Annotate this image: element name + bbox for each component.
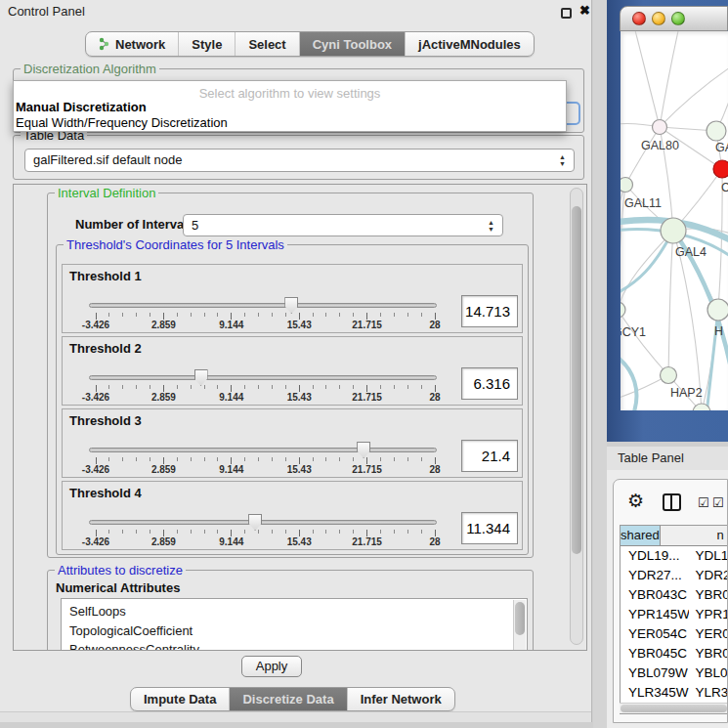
network-node-gal80[interactable] <box>653 120 667 135</box>
cell-name[interactable]: YDR2 <box>689 566 728 585</box>
checkbox-icon[interactable]: ☑ <box>712 495 724 510</box>
network-node-h[interactable] <box>707 299 728 321</box>
table-row[interactable]: YBR045CYBR0 <box>621 644 728 664</box>
number-of-intervals-label: Number of Intervals <box>75 217 194 232</box>
cell-shared-name[interactable]: YER054C <box>621 624 689 644</box>
table-row[interactable]: YDL19...YDL1 <box>621 546 728 566</box>
cell-shared-name[interactable]: YBR045C <box>621 644 689 664</box>
attribute-list-item[interactable]: SelfLoops <box>69 602 527 621</box>
threshold-slider-track[interactable] <box>89 303 437 308</box>
attributes-list-scrollbar[interactable] <box>513 600 526 651</box>
slider-tick-labels: -3.4262.8599.14415.4321.71528 <box>96 392 435 404</box>
zoom-traffic-light-icon[interactable] <box>671 12 685 25</box>
table-row[interactable]: YDR27...YDR2 <box>621 566 728 585</box>
threshold-slider-thumb[interactable] <box>248 514 262 531</box>
table-data-combobox[interactable]: galFiltered.sif default node ▲▼ <box>24 149 575 172</box>
table-horizontal-scrollbar[interactable] <box>620 703 728 713</box>
attributes-to-discretize-group: Attributes to discretize Numerical Attri… <box>47 570 534 651</box>
minimize-traffic-light-icon[interactable] <box>652 12 665 25</box>
cell-shared-name[interactable]: YDR27... <box>621 566 689 585</box>
cell-shared-name[interactable]: YPR145W <box>621 605 689 624</box>
threshold-value-field[interactable]: 11.344 <box>461 512 518 544</box>
threshold-slider-track[interactable] <box>89 448 437 452</box>
popup-item-equal-width-frequency[interactable]: Equal Width/Frequency Discretization <box>16 115 228 130</box>
attribute-list-item[interactable]: TopologicalCoefficient <box>69 621 527 641</box>
cell-shared-name[interactable]: YDL19... <box>621 546 689 566</box>
gear-icon[interactable]: ⚙ <box>627 490 644 512</box>
threshold-slider-track[interactable] <box>89 520 437 525</box>
table-panel-title: Table Panel <box>618 450 684 465</box>
threshold-label: Threshold 1 <box>69 269 142 283</box>
apply-button[interactable]: Apply <box>241 656 302 677</box>
number-of-intervals-combobox[interactable]: 5 ▲▼ <box>183 214 503 236</box>
cell-shared-name[interactable]: YBR043C <box>621 585 689 605</box>
tab-infer-network[interactable]: Infer Network <box>348 688 454 710</box>
table-data-value: galFiltered.sif default node <box>33 152 182 167</box>
table-row[interactable]: YBL079WYBL0 <box>621 664 728 683</box>
cell-name[interactable]: YBR0 <box>689 585 728 605</box>
slider-tick-labels: -3.4262.8599.14415.4321.71528 <box>96 536 435 548</box>
tab-label: jActiveMNodules <box>418 37 521 52</box>
thresholds-group: Threshold's Coordinates for 5 Intervals … <box>56 244 529 555</box>
network-canvas[interactable]: GAL80GACGAL11GAL4GCY1HHAP2 <box>621 31 728 410</box>
threshold-slider-thumb[interactable] <box>357 442 370 458</box>
network-node-c[interactable] <box>713 160 728 178</box>
panel-scrollbar[interactable] <box>570 188 583 645</box>
float-icon[interactable] <box>561 8 572 19</box>
popup-item-manual-discretization[interactable]: Manual Discretization <box>16 100 147 114</box>
node-label: C <box>721 181 728 194</box>
table-row[interactable]: YLR345WYLR3 <box>621 683 728 703</box>
node-label: GAL4 <box>675 245 707 259</box>
close-icon[interactable]: ✖ <box>579 3 590 18</box>
table-panel-header: Table Panel <box>607 447 728 470</box>
tab-label: Impute Data <box>144 692 216 707</box>
cell-name[interactable]: YER0 <box>689 624 728 644</box>
table-row[interactable]: YPR145WYPR1 <box>621 605 728 624</box>
table-row[interactable]: YBR043CYBR0 <box>621 585 728 605</box>
cell-shared-name[interactable]: YLR345W <box>621 683 689 703</box>
threshold-value-field[interactable]: 14.713 <box>461 295 518 327</box>
cell-shared-name[interactable]: YBL079W <box>621 664 689 683</box>
threshold-slider-thumb[interactable] <box>194 369 208 386</box>
settings-scroll-panel: Interval Definition Number of Intervals … <box>13 184 587 651</box>
network-node-gcy1[interactable] <box>621 302 625 318</box>
bottom-tab-bar: Impute DataDiscretize DataInfer Network <box>130 687 455 711</box>
column-header-name[interactable]: n <box>661 526 728 545</box>
node-label: GA <box>715 141 728 154</box>
close-traffic-light-icon[interactable] <box>632 12 646 25</box>
network-node-gal4[interactable] <box>661 218 686 243</box>
threshold-value-field[interactable]: 21.4 <box>461 440 518 472</box>
tab-cyni-toolbox[interactable]: Cyni Toolbox <box>300 32 406 56</box>
tab-impute-data[interactable]: Impute Data <box>131 688 230 710</box>
node-label: H <box>714 324 723 338</box>
network-tab-icon <box>99 37 110 51</box>
tab-select[interactable]: Select <box>236 32 299 56</box>
cell-name[interactable]: YLR3 <box>689 683 728 703</box>
column-header-shared-name[interactable]: shared... <box>621 526 661 545</box>
threshold-slider-track[interactable] <box>89 375 437 380</box>
threshold-label: Threshold 2 <box>69 341 142 356</box>
network-node-ga[interactable] <box>707 121 726 141</box>
tab-style[interactable]: Style <box>179 32 236 56</box>
cell-name[interactable]: YPR1 <box>689 605 728 624</box>
network-view-window: GAL80GACGAL11GAL4GCY1HHAP2 <box>607 0 728 442</box>
columns-icon[interactable] <box>663 493 681 511</box>
threshold-slider-thumb[interactable] <box>284 297 298 314</box>
attributes-to-discretize-label: Attributes to discretize <box>55 563 186 578</box>
table-row[interactable]: YER054CYER0 <box>621 624 728 644</box>
threshold-value-field[interactable]: 6.316 <box>461 367 518 400</box>
network-node-hap2[interactable] <box>661 367 677 384</box>
attribute-list-item[interactable]: BetweennessCentrality <box>69 640 527 651</box>
network-node-gal11[interactable] <box>621 178 633 193</box>
cell-name[interactable]: YBL0 <box>689 664 728 683</box>
tab-jactivemnodules[interactable]: jActiveMNodules <box>406 32 534 56</box>
cell-name[interactable]: YBR0 <box>689 644 728 664</box>
tab-discretize-data[interactable]: Discretize Data <box>230 688 347 710</box>
panel-divider <box>593 0 607 728</box>
checkbox-icon[interactable]: ☑ <box>698 495 709 510</box>
tab-network[interactable]: Network <box>86 32 179 56</box>
network-window-titlebar[interactable] <box>620 6 728 31</box>
cell-name[interactable]: YDL1 <box>689 546 728 566</box>
interval-definition-group: Interval Definition Number of Intervals … <box>47 193 534 558</box>
interval-definition-label: Interval Definition <box>55 186 158 200</box>
